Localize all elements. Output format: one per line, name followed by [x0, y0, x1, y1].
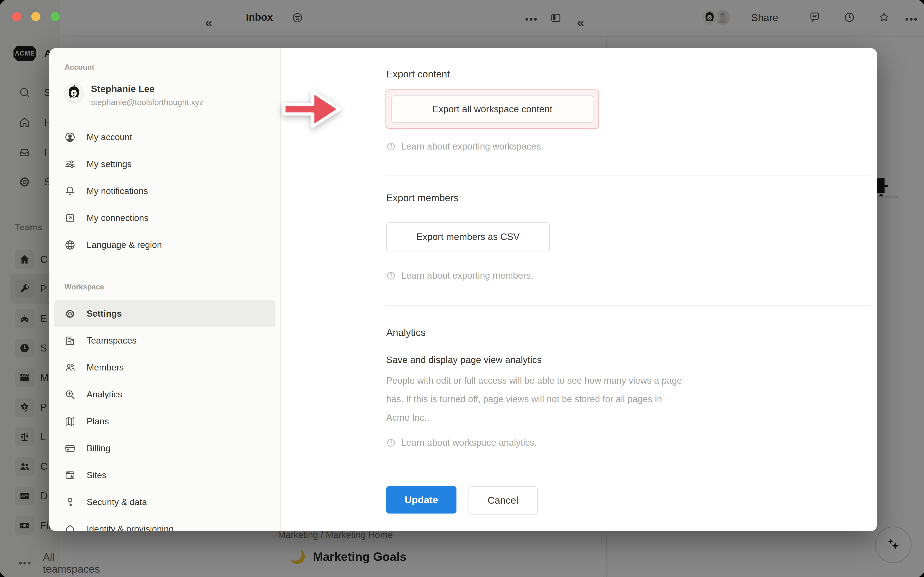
- window-controls: [12, 12, 70, 21]
- person-circle-icon: [65, 132, 76, 143]
- bell-icon: [65, 185, 76, 197]
- question-circle-icon: [386, 438, 396, 448]
- section-divider: [386, 175, 870, 176]
- user-email: stephanie@toolsforthought.xyz: [91, 98, 204, 107]
- workspace-section-label: Workspace: [65, 283, 104, 292]
- app-window: « Inbox ••• « Share ••• ACME A S: [0, 0, 924, 577]
- settings-modal: Account Stephanie Lee stephanie@toolsfor…: [49, 48, 877, 531]
- settings-modal-main: Export content Export all workspace cont…: [281, 48, 877, 531]
- cancel-button[interactable]: Cancel: [468, 486, 538, 514]
- arrow-out-box-icon: [65, 213, 76, 224]
- settings-sidebar-item[interactable]: Teamspaces: [54, 327, 276, 354]
- magnifier-plus-icon: [65, 389, 76, 400]
- question-circle-icon: [386, 271, 396, 280]
- settings-sidebar-item[interactable]: Identity & provisioning: [54, 516, 276, 531]
- export-all-workspace-content-button[interactable]: Export all workspace content: [391, 95, 593, 123]
- zoom-window-button[interactable]: [50, 12, 60, 21]
- page-view-analytics-description: People with edit or full access will be …: [386, 371, 803, 427]
- current-user-item[interactable]: Stephanie Lee stephanie@toolsforthought.…: [65, 84, 204, 107]
- settings-sidebar-item[interactable]: Members: [54, 354, 276, 381]
- settings-sidebar-item[interactable]: Settings: [54, 300, 276, 327]
- building-icon: [65, 335, 76, 346]
- settings-sidebar-item[interactable]: Language & region: [54, 232, 276, 258]
- learn-workspace-analytics-link[interactable]: Learn about workspace analytics.: [386, 438, 537, 448]
- globe-icon: [65, 239, 76, 250]
- minimize-window-button[interactable]: [31, 12, 40, 21]
- learn-exporting-members-link[interactable]: Learn about exporting members.: [386, 271, 533, 281]
- people-icon: [65, 362, 76, 373]
- settings-sidebar-item[interactable]: My connections: [54, 205, 276, 232]
- account-menu: My account My settings My notifications …: [54, 124, 276, 258]
- analytics-heading: Analytics: [386, 327, 426, 338]
- key-icon: [65, 497, 76, 508]
- gear-icon: [65, 308, 76, 319]
- house-icon: [65, 524, 76, 531]
- close-window-button[interactable]: [12, 12, 21, 21]
- export-members-heading: Export members: [386, 192, 459, 204]
- section-divider: [386, 473, 870, 473]
- section-divider: [386, 305, 870, 306]
- browser-cursor-icon: [65, 470, 76, 481]
- settings-sidebar-item[interactable]: Sites: [54, 462, 276, 489]
- settings-sidebar-item[interactable]: Analytics: [54, 381, 276, 408]
- question-circle-icon: [386, 142, 396, 152]
- settings-sidebar-item[interactable]: My settings: [54, 151, 276, 178]
- map-icon: [65, 416, 76, 427]
- settings-sidebar-item[interactable]: Plans: [54, 408, 276, 435]
- account-section-label: Account: [65, 63, 94, 72]
- annotation-arrow-icon: [282, 85, 342, 133]
- settings-sidebar-item[interactable]: My account: [54, 124, 276, 151]
- card-icon: [65, 443, 76, 454]
- learn-exporting-workspaces-link[interactable]: Learn about exporting workspaces.: [386, 141, 543, 152]
- update-button[interactable]: Update: [386, 486, 457, 514]
- sliders-icon: [65, 159, 76, 170]
- user-avatar: [65, 84, 83, 102]
- settings-sidebar-item[interactable]: Security & data: [54, 489, 276, 516]
- workspace-menu: Settings Teamspaces Members Analytics Pl…: [54, 300, 276, 531]
- settings-modal-sidebar: Account Stephanie Lee stephanie@toolsfor…: [49, 48, 281, 531]
- settings-sidebar-item[interactable]: Billing: [54, 435, 276, 462]
- page-view-analytics-title: Save and display page view analytics: [386, 355, 542, 365]
- annotation-highlight: Export all workspace content: [386, 89, 599, 129]
- settings-sidebar-item[interactable]: My notifications: [54, 178, 276, 205]
- user-name: Stephanie Lee: [91, 84, 204, 94]
- export-content-heading: Export content: [386, 69, 450, 80]
- export-members-csv-button[interactable]: Export members as CSV: [386, 222, 550, 251]
